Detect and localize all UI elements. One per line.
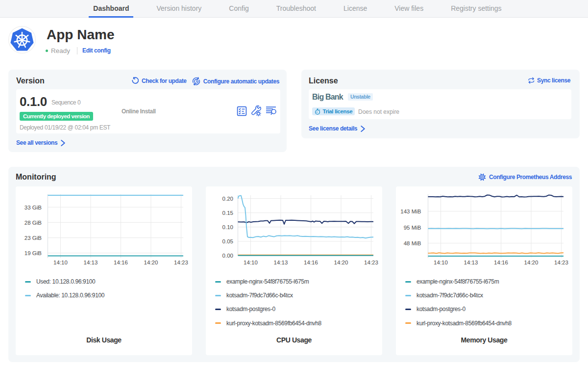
svg-text:14:10: 14:10 (244, 260, 258, 265)
svg-text:95 MiB: 95 MiB (404, 225, 421, 231)
svg-text:14:13: 14:13 (84, 260, 98, 265)
svg-text:14:10: 14:10 (53, 260, 68, 265)
svg-text:14:10: 14:10 (434, 260, 448, 265)
svg-text:14:23: 14:23 (364, 260, 378, 265)
svg-text:23 GiB: 23 GiB (24, 235, 42, 241)
svg-text:14:23: 14:23 (554, 260, 568, 265)
svg-text:14:23: 14:23 (174, 260, 188, 265)
svg-text:0.20: 0.20 (222, 196, 233, 202)
svg-text:14:13: 14:13 (274, 260, 288, 265)
svg-text:14:20: 14:20 (144, 260, 158, 265)
svg-text:14:16: 14:16 (494, 260, 508, 265)
svg-text:0.10: 0.10 (222, 224, 233, 230)
svg-text:48 MiB: 48 MiB (404, 240, 421, 246)
svg-text:14:16: 14:16 (114, 260, 128, 265)
svg-text:19 GiB: 19 GiB (24, 250, 42, 256)
svg-text:0.05: 0.05 (222, 238, 233, 244)
svg-text:0.00: 0.00 (222, 253, 233, 259)
svg-text:14:16: 14:16 (304, 260, 318, 265)
svg-text:28 GiB: 28 GiB (24, 220, 42, 226)
svg-text:14:20: 14:20 (334, 260, 348, 265)
svg-text:14:20: 14:20 (524, 260, 539, 265)
svg-text:14:13: 14:13 (464, 260, 478, 265)
svg-text:143 MiB: 143 MiB (400, 209, 421, 214)
svg-text:33 GiB: 33 GiB (24, 205, 42, 210)
svg-text:0.15: 0.15 (222, 210, 233, 216)
